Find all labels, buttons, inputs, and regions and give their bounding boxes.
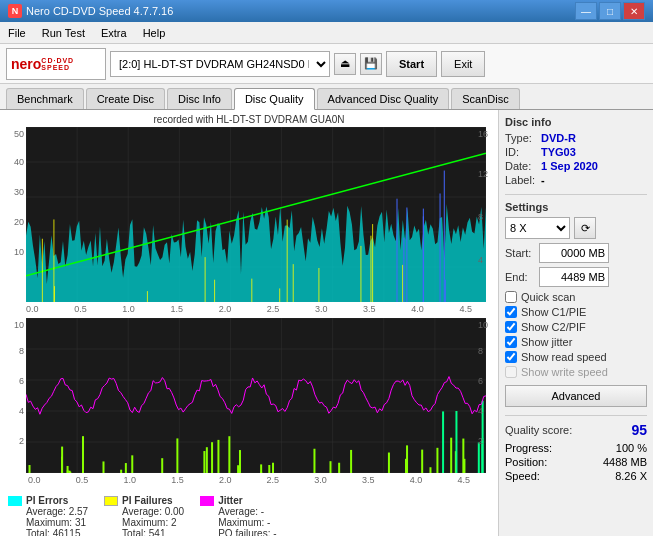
disc-type-row: Type: DVD-R <box>505 132 647 144</box>
start-button[interactable]: Start <box>386 51 437 77</box>
show-read-speed-row: Show read speed <box>505 351 647 363</box>
advanced-button[interactable]: Advanced <box>505 385 647 407</box>
tab-disc-quality[interactable]: Disc Quality <box>234 88 315 110</box>
speed-row-quality: Speed: 8.26 X <box>505 470 647 482</box>
legend-pi-errors: PI Errors Average: 2.57 Maximum: 31 Tota… <box>8 495 88 536</box>
main-content: recorded with HL-DT-ST DVDRAM GUA0N 50 4… <box>0 110 653 536</box>
speed-row: 8 X ⟳ <box>505 217 647 239</box>
menu-help[interactable]: Help <box>135 22 174 43</box>
show-jitter-checkbox[interactable] <box>505 336 517 348</box>
nero-logo: nero CD·DVD SPEED <box>6 48 106 80</box>
start-field[interactable] <box>539 243 609 263</box>
quality-section: Quality score: 95 Progress: 100 % Positi… <box>505 422 647 482</box>
tab-disc-info[interactable]: Disc Info <box>167 88 232 109</box>
tab-create-disc[interactable]: Create Disc <box>86 88 165 109</box>
divider-2 <box>505 415 647 416</box>
tab-advanced-disc-quality[interactable]: Advanced Disc Quality <box>317 88 450 109</box>
settings-section: Settings 8 X ⟳ Start: End: Quick scan <box>505 201 647 407</box>
menu-extra[interactable]: Extra <box>93 22 135 43</box>
chart2 <box>26 318 476 473</box>
menu-bar: File Run Test Extra Help <box>0 22 653 44</box>
minimize-button[interactable]: — <box>575 2 597 20</box>
menu-run-test[interactable]: Run Test <box>34 22 93 43</box>
show-read-speed-checkbox[interactable] <box>505 351 517 363</box>
legend-jitter: Jitter Average: - Maximum: - PO failures… <box>200 495 276 536</box>
show-write-speed-row: Show write speed <box>505 366 647 378</box>
menu-file[interactable]: File <box>0 22 34 43</box>
chart1 <box>26 127 476 302</box>
maximize-button[interactable]: □ <box>599 2 621 20</box>
tab-benchmark[interactable]: Benchmark <box>6 88 84 109</box>
disc-label-row: Label: - <box>505 174 647 186</box>
disc-id-row: ID: TYG03 <box>505 146 647 158</box>
title-bar: N Nero CD-DVD Speed 4.7.7.16 — □ ✕ <box>0 0 653 22</box>
show-c1pie-checkbox[interactable] <box>505 306 517 318</box>
disc-info-section: Disc info Type: DVD-R ID: TYG03 Date: 1 … <box>505 116 647 186</box>
legend-pi-failures: PI Failures Average: 0.00 Maximum: 2 Tot… <box>104 495 184 536</box>
show-c2pif-row: Show C2/PIF <box>505 321 647 333</box>
pi-failures-color <box>104 496 118 506</box>
start-field-row: Start: <box>505 243 647 263</box>
quality-score-row: Quality score: 95 <box>505 422 647 438</box>
drive-selector[interactable]: [2:0] HL-DT-ST DVDRAM GH24NSD0 LH00 <box>110 51 330 77</box>
show-write-speed-checkbox[interactable] <box>505 366 517 378</box>
progress-row: Progress: 100 % <box>505 442 647 454</box>
tab-scan-disc[interactable]: ScanDisc <box>451 88 519 109</box>
speed-selector[interactable]: 8 X <box>505 217 570 239</box>
jitter-color <box>200 496 214 506</box>
tabs-bar: Benchmark Create Disc Disc Info Disc Qua… <box>0 84 653 110</box>
close-window-button[interactable]: ✕ <box>623 2 645 20</box>
divider-1 <box>505 194 647 195</box>
chart-title: recorded with HL-DT-ST DVDRAM GUA0N <box>4 114 494 125</box>
legend: PI Errors Average: 2.57 Maximum: 31 Tota… <box>4 491 494 536</box>
toolbar: nero CD·DVD SPEED [2:0] HL-DT-ST DVDRAM … <box>0 44 653 84</box>
exit-button[interactable]: Exit <box>441 51 485 77</box>
show-jitter-row: Show jitter <box>505 336 647 348</box>
show-c2pif-checkbox[interactable] <box>505 321 517 333</box>
window-title: Nero CD-DVD Speed 4.7.7.16 <box>26 5 173 17</box>
position-row: Position: 4488 MB <box>505 456 647 468</box>
settings-refresh-icon[interactable]: ⟳ <box>574 217 596 239</box>
right-panel: Disc info Type: DVD-R ID: TYG03 Date: 1 … <box>498 110 653 536</box>
save-icon[interactable]: 💾 <box>360 53 382 75</box>
show-c1pie-row: Show C1/PIE <box>505 306 647 318</box>
quick-scan-row: Quick scan <box>505 291 647 303</box>
charts-area: recorded with HL-DT-ST DVDRAM GUA0N 50 4… <box>0 110 498 536</box>
end-field-row: End: <box>505 267 647 287</box>
pi-errors-color <box>8 496 22 506</box>
end-field[interactable] <box>539 267 609 287</box>
quick-scan-checkbox[interactable] <box>505 291 517 303</box>
disc-date-row: Date: 1 Sep 2020 <box>505 160 647 172</box>
eject-icon[interactable]: ⏏ <box>334 53 356 75</box>
app-icon: N <box>8 4 22 18</box>
